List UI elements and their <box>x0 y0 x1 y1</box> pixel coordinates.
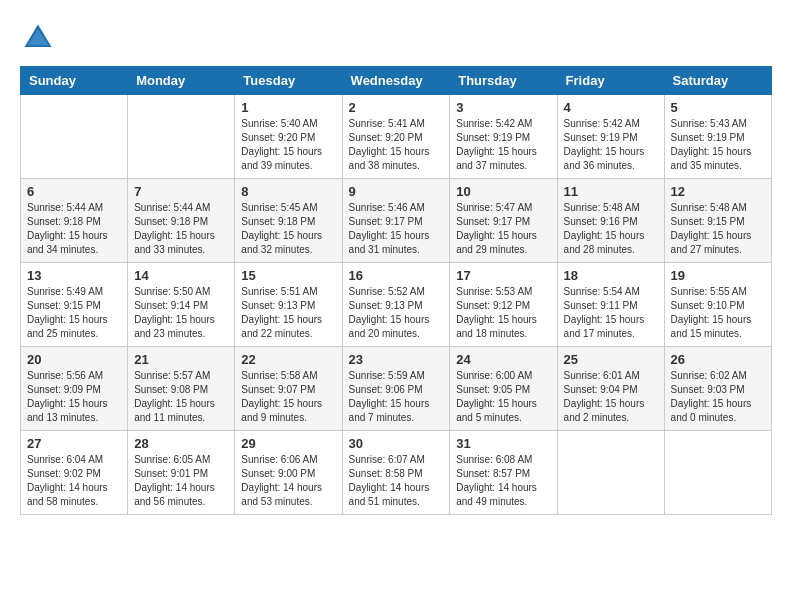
logo-icon <box>20 20 56 56</box>
day-number: 25 <box>564 352 658 367</box>
calendar-cell: 10Sunrise: 5:47 AM Sunset: 9:17 PM Dayli… <box>450 179 557 263</box>
day-number: 6 <box>27 184 121 199</box>
day-info: Sunrise: 5:48 AM Sunset: 9:16 PM Dayligh… <box>564 201 658 257</box>
day-info: Sunrise: 5:51 AM Sunset: 9:13 PM Dayligh… <box>241 285 335 341</box>
day-number: 4 <box>564 100 658 115</box>
calendar-header-saturday: Saturday <box>664 67 771 95</box>
calendar-cell: 23Sunrise: 5:59 AM Sunset: 9:06 PM Dayli… <box>342 347 450 431</box>
calendar-header-monday: Monday <box>128 67 235 95</box>
day-number: 5 <box>671 100 765 115</box>
day-info: Sunrise: 6:08 AM Sunset: 8:57 PM Dayligh… <box>456 453 550 509</box>
logo <box>20 20 62 56</box>
day-number: 11 <box>564 184 658 199</box>
calendar-cell: 6Sunrise: 5:44 AM Sunset: 9:18 PM Daylig… <box>21 179 128 263</box>
calendar-cell <box>557 431 664 515</box>
day-number: 16 <box>349 268 444 283</box>
calendar-cell: 5Sunrise: 5:43 AM Sunset: 9:19 PM Daylig… <box>664 95 771 179</box>
day-number: 23 <box>349 352 444 367</box>
calendar-cell: 4Sunrise: 5:42 AM Sunset: 9:19 PM Daylig… <box>557 95 664 179</box>
calendar-cell: 31Sunrise: 6:08 AM Sunset: 8:57 PM Dayli… <box>450 431 557 515</box>
day-info: Sunrise: 5:53 AM Sunset: 9:12 PM Dayligh… <box>456 285 550 341</box>
calendar-cell: 11Sunrise: 5:48 AM Sunset: 9:16 PM Dayli… <box>557 179 664 263</box>
day-info: Sunrise: 5:57 AM Sunset: 9:08 PM Dayligh… <box>134 369 228 425</box>
calendar-cell: 16Sunrise: 5:52 AM Sunset: 9:13 PM Dayli… <box>342 263 450 347</box>
day-number: 7 <box>134 184 228 199</box>
day-number: 22 <box>241 352 335 367</box>
day-number: 10 <box>456 184 550 199</box>
day-info: Sunrise: 5:43 AM Sunset: 9:19 PM Dayligh… <box>671 117 765 173</box>
day-number: 24 <box>456 352 550 367</box>
day-number: 21 <box>134 352 228 367</box>
calendar-cell: 25Sunrise: 6:01 AM Sunset: 9:04 PM Dayli… <box>557 347 664 431</box>
day-info: Sunrise: 5:44 AM Sunset: 9:18 PM Dayligh… <box>134 201 228 257</box>
calendar-cell: 7Sunrise: 5:44 AM Sunset: 9:18 PM Daylig… <box>128 179 235 263</box>
day-number: 15 <box>241 268 335 283</box>
calendar-cell: 8Sunrise: 5:45 AM Sunset: 9:18 PM Daylig… <box>235 179 342 263</box>
calendar-cell: 12Sunrise: 5:48 AM Sunset: 9:15 PM Dayli… <box>664 179 771 263</box>
day-number: 29 <box>241 436 335 451</box>
day-info: Sunrise: 5:48 AM Sunset: 9:15 PM Dayligh… <box>671 201 765 257</box>
day-info: Sunrise: 5:56 AM Sunset: 9:09 PM Dayligh… <box>27 369 121 425</box>
day-info: Sunrise: 5:44 AM Sunset: 9:18 PM Dayligh… <box>27 201 121 257</box>
day-number: 2 <box>349 100 444 115</box>
day-info: Sunrise: 5:52 AM Sunset: 9:13 PM Dayligh… <box>349 285 444 341</box>
day-info: Sunrise: 5:59 AM Sunset: 9:06 PM Dayligh… <box>349 369 444 425</box>
page-header <box>20 20 772 56</box>
calendar-cell: 2Sunrise: 5:41 AM Sunset: 9:20 PM Daylig… <box>342 95 450 179</box>
calendar-week-row: 27Sunrise: 6:04 AM Sunset: 9:02 PM Dayli… <box>21 431 772 515</box>
calendar-cell: 28Sunrise: 6:05 AM Sunset: 9:01 PM Dayli… <box>128 431 235 515</box>
day-info: Sunrise: 6:01 AM Sunset: 9:04 PM Dayligh… <box>564 369 658 425</box>
calendar-header-wednesday: Wednesday <box>342 67 450 95</box>
calendar-header-row: SundayMondayTuesdayWednesdayThursdayFrid… <box>21 67 772 95</box>
calendar-cell: 27Sunrise: 6:04 AM Sunset: 9:02 PM Dayli… <box>21 431 128 515</box>
calendar-cell <box>664 431 771 515</box>
calendar-cell: 14Sunrise: 5:50 AM Sunset: 9:14 PM Dayli… <box>128 263 235 347</box>
day-number: 17 <box>456 268 550 283</box>
day-info: Sunrise: 6:05 AM Sunset: 9:01 PM Dayligh… <box>134 453 228 509</box>
calendar-cell: 30Sunrise: 6:07 AM Sunset: 8:58 PM Dayli… <box>342 431 450 515</box>
calendar-cell: 21Sunrise: 5:57 AM Sunset: 9:08 PM Dayli… <box>128 347 235 431</box>
day-number: 26 <box>671 352 765 367</box>
day-info: Sunrise: 5:55 AM Sunset: 9:10 PM Dayligh… <box>671 285 765 341</box>
day-info: Sunrise: 5:47 AM Sunset: 9:17 PM Dayligh… <box>456 201 550 257</box>
calendar-week-row: 20Sunrise: 5:56 AM Sunset: 9:09 PM Dayli… <box>21 347 772 431</box>
calendar-table: SundayMondayTuesdayWednesdayThursdayFrid… <box>20 66 772 515</box>
calendar-cell: 15Sunrise: 5:51 AM Sunset: 9:13 PM Dayli… <box>235 263 342 347</box>
calendar-cell: 20Sunrise: 5:56 AM Sunset: 9:09 PM Dayli… <box>21 347 128 431</box>
calendar-cell: 24Sunrise: 6:00 AM Sunset: 9:05 PM Dayli… <box>450 347 557 431</box>
calendar-cell: 17Sunrise: 5:53 AM Sunset: 9:12 PM Dayli… <box>450 263 557 347</box>
day-number: 20 <box>27 352 121 367</box>
day-number: 1 <box>241 100 335 115</box>
day-info: Sunrise: 5:40 AM Sunset: 9:20 PM Dayligh… <box>241 117 335 173</box>
calendar-week-row: 6Sunrise: 5:44 AM Sunset: 9:18 PM Daylig… <box>21 179 772 263</box>
day-info: Sunrise: 5:41 AM Sunset: 9:20 PM Dayligh… <box>349 117 444 173</box>
day-number: 27 <box>27 436 121 451</box>
day-info: Sunrise: 5:42 AM Sunset: 9:19 PM Dayligh… <box>456 117 550 173</box>
day-info: Sunrise: 5:58 AM Sunset: 9:07 PM Dayligh… <box>241 369 335 425</box>
calendar-header-sunday: Sunday <box>21 67 128 95</box>
day-info: Sunrise: 6:07 AM Sunset: 8:58 PM Dayligh… <box>349 453 444 509</box>
day-info: Sunrise: 6:04 AM Sunset: 9:02 PM Dayligh… <box>27 453 121 509</box>
day-info: Sunrise: 6:00 AM Sunset: 9:05 PM Dayligh… <box>456 369 550 425</box>
day-number: 9 <box>349 184 444 199</box>
day-number: 14 <box>134 268 228 283</box>
calendar-cell: 19Sunrise: 5:55 AM Sunset: 9:10 PM Dayli… <box>664 263 771 347</box>
day-info: Sunrise: 5:46 AM Sunset: 9:17 PM Dayligh… <box>349 201 444 257</box>
calendar-header-tuesday: Tuesday <box>235 67 342 95</box>
day-info: Sunrise: 5:54 AM Sunset: 9:11 PM Dayligh… <box>564 285 658 341</box>
day-number: 18 <box>564 268 658 283</box>
calendar-header-thursday: Thursday <box>450 67 557 95</box>
calendar-cell: 1Sunrise: 5:40 AM Sunset: 9:20 PM Daylig… <box>235 95 342 179</box>
day-number: 12 <box>671 184 765 199</box>
day-info: Sunrise: 6:06 AM Sunset: 9:00 PM Dayligh… <box>241 453 335 509</box>
day-info: Sunrise: 5:42 AM Sunset: 9:19 PM Dayligh… <box>564 117 658 173</box>
day-number: 28 <box>134 436 228 451</box>
day-number: 19 <box>671 268 765 283</box>
calendar-cell: 3Sunrise: 5:42 AM Sunset: 9:19 PM Daylig… <box>450 95 557 179</box>
calendar-week-row: 1Sunrise: 5:40 AM Sunset: 9:20 PM Daylig… <box>21 95 772 179</box>
calendar-cell: 18Sunrise: 5:54 AM Sunset: 9:11 PM Dayli… <box>557 263 664 347</box>
calendar-cell: 26Sunrise: 6:02 AM Sunset: 9:03 PM Dayli… <box>664 347 771 431</box>
day-number: 3 <box>456 100 550 115</box>
calendar-cell: 22Sunrise: 5:58 AM Sunset: 9:07 PM Dayli… <box>235 347 342 431</box>
calendar-cell: 13Sunrise: 5:49 AM Sunset: 9:15 PM Dayli… <box>21 263 128 347</box>
